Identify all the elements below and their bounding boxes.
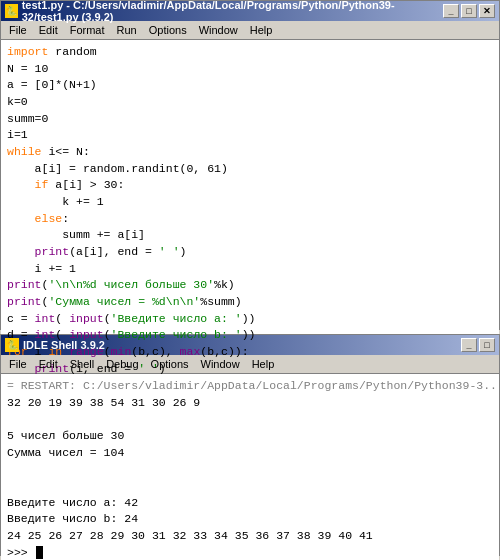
shell-menu-shell[interactable]: Shell: [64, 356, 100, 372]
minimize-button[interactable]: _: [443, 4, 459, 18]
shell-window: 🐍 IDLE Shell 3.9.2 _ □ File Edit Shell D…: [0, 334, 500, 556]
maximize-button[interactable]: □: [461, 4, 477, 18]
shell-menu-debug[interactable]: Debug: [100, 356, 144, 372]
close-button[interactable]: ✕: [479, 4, 495, 18]
menu-file[interactable]: File: [3, 22, 33, 38]
shell-minimize-button[interactable]: _: [461, 338, 477, 352]
shell-menu-file[interactable]: File: [3, 356, 33, 372]
menu-edit[interactable]: Edit: [33, 22, 64, 38]
editor-title-left: 🐍 test1.py - C:/Users/vladimir/AppData/L…: [5, 0, 443, 23]
shell-maximize-button[interactable]: □: [479, 338, 495, 352]
menu-help[interactable]: Help: [244, 22, 279, 38]
shell-output-area[interactable]: = RESTART: C:/Users/vladimir/AppData/Loc…: [1, 374, 499, 560]
shell-menu-options[interactable]: Options: [145, 356, 195, 372]
shell-window-controls: _ □: [461, 338, 495, 352]
menu-format[interactable]: Format: [64, 22, 111, 38]
shell-title-left: 🐍 IDLE Shell 3.9.2: [5, 338, 105, 352]
editor-title-bar[interactable]: 🐍 test1.py - C:/Users/vladimir/AppData/L…: [1, 1, 499, 21]
shell-menu-help[interactable]: Help: [246, 356, 281, 372]
shell-menu-window[interactable]: Window: [195, 356, 246, 372]
editor-title-text: test1.py - C:/Users/vladimir/AppData/Loc…: [22, 0, 443, 23]
menu-run[interactable]: Run: [111, 22, 143, 38]
menu-window[interactable]: Window: [193, 22, 244, 38]
code-editor[interactable]: import random N = 10 a = [0]*(N+1) k=0 s…: [1, 40, 499, 381]
shell-title-text: IDLE Shell 3.9.2: [23, 339, 105, 351]
menu-options[interactable]: Options: [143, 22, 193, 38]
shell-icon: 🐍: [5, 338, 19, 352]
editor-menu-bar: File Edit Format Run Options Window Help: [1, 21, 499, 40]
editor-window-controls: _ □ ✕: [443, 4, 495, 18]
shell-menu-bar: File Edit Shell Debug Options Window Hel…: [1, 355, 499, 374]
editor-icon: 🐍: [5, 4, 18, 18]
editor-window: 🐍 test1.py - C:/Users/vladimir/AppData/L…: [0, 0, 500, 330]
shell-menu-edit[interactable]: Edit: [33, 356, 64, 372]
